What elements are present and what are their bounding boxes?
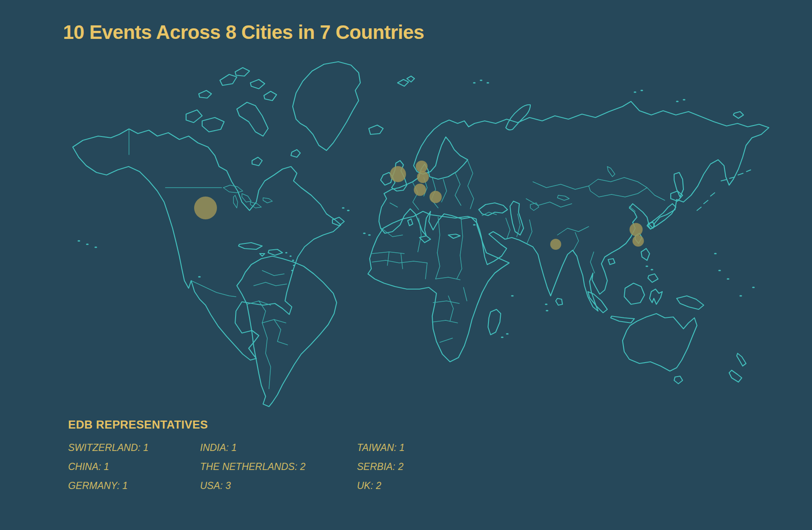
legend-item-switzerland: SWITZERLAND: 1 — [68, 443, 200, 453]
australia — [623, 314, 697, 371]
legend-item-serbia: SERBIA: 2 — [357, 462, 484, 472]
event-marker-uk — [390, 166, 406, 182]
south-america-borders — [247, 270, 288, 389]
new-zealand — [729, 353, 746, 382]
legend: EDB REPRESENTATIVES SWITZERLAND: 1CHINA:… — [68, 418, 208, 432]
inland-seas — [479, 167, 615, 235]
arctic-islands — [186, 68, 300, 166]
event-marker-switzerland — [414, 184, 426, 196]
tasmania — [674, 376, 683, 384]
newfoundland — [332, 217, 344, 226]
legend-column-1: SWITZERLAND: 1CHINA: 1GERMANY: 1 — [68, 443, 200, 500]
continent-south-america — [237, 256, 337, 407]
legend-column-2: INDIA: 1THE NETHERLANDS: 2USA: 3 — [200, 443, 357, 500]
event-marker-serbia — [430, 191, 442, 203]
legend-columns: SWITZERLAND: 1CHINA: 1GERMANY: 1INDIA: 1… — [68, 443, 533, 500]
legend-item-taiwan: TAIWAN: 1 — [357, 443, 484, 453]
madagascar — [488, 309, 501, 335]
mediterranean-islands — [408, 219, 475, 243]
legend-item-uk: UK: 2 — [357, 481, 484, 491]
great-lakes — [223, 185, 272, 208]
continent-eurasia — [379, 101, 769, 311]
event-marker-taiwan — [633, 235, 644, 247]
legend-item-germany: GERMANY: 1 — [68, 481, 200, 491]
infographic-page: { "title": "10 Events Across 8 Cities in… — [0, 0, 812, 530]
event-marker-usa — [194, 197, 217, 219]
legend-item-the-netherlands: THE NETHERLANDS: 2 — [200, 462, 357, 472]
arctic-eurasia-islands — [398, 76, 743, 130]
legend-column-3: TAIWAN: 1SERBIA: 2UK: 2 — [357, 443, 484, 500]
africa-borders — [372, 217, 467, 342]
event-marker-netherlands — [416, 161, 428, 172]
event-marker-india — [550, 239, 561, 250]
event-marker-china — [630, 223, 643, 236]
continent-north-america — [73, 129, 341, 360]
legend-heading: EDB REPRESENTATIVES — [68, 418, 208, 432]
event-marker-germany — [417, 171, 429, 183]
legend-item-usa: USA: 3 — [200, 481, 357, 491]
greenland — [293, 62, 360, 150]
caribbean-islands — [239, 243, 294, 270]
iceland — [369, 125, 383, 134]
legend-item-china: CHINA: 1 — [68, 462, 200, 472]
legend-item-india: INDIA: 1 — [200, 443, 357, 453]
border-usa-mexico — [191, 281, 236, 297]
